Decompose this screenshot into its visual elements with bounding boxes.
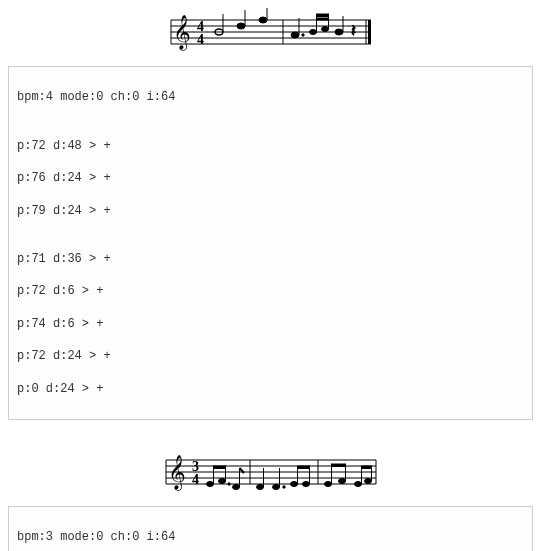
svg-rect-59 [297,466,309,469]
code-block-1: bpm:4 mode:0 ch:0 i:64 p:72 d:48 > + p:7… [8,66,533,420]
svg-point-52 [272,484,279,489]
code-header: bpm:4 mode:0 ch:0 i:64 [17,89,524,105]
svg-point-48 [232,484,239,489]
svg-point-27 [335,29,343,35]
code-line: p:0 d:24 > + [17,381,524,397]
music-score-1: 𝄞 4 4 [161,8,381,56]
score-2-wrap: 𝄞 3 4 [8,448,533,500]
svg-point-14 [237,23,245,29]
svg-point-50 [256,484,263,489]
svg-point-42 [206,481,213,486]
svg-point-16 [259,17,267,23]
svg-rect-8 [368,20,371,44]
code-line: p:72 d:48 > + [17,138,524,154]
svg-rect-25 [316,14,328,17]
svg-point-20 [301,34,303,36]
code-line: p:79 d:24 > + [17,203,524,219]
code-line: p:72 d:6 > + [17,283,524,299]
svg-point-60 [324,481,331,486]
score-1-wrap: 𝄞 4 4 [8,8,533,60]
code-header: bpm:3 mode:0 ch:0 i:64 [17,529,524,545]
svg-rect-69 [361,466,371,469]
svg-point-54 [282,486,284,488]
code-block-2: bpm:3 mode:0 ch:0 i:64 [m:1 b:3] p:63 d:… [8,506,533,551]
svg-point-67 [364,478,371,483]
code-line: p:76 d:24 > + [17,170,524,186]
svg-text:𝄞: 𝄞 [173,15,191,51]
code-line: p:74 d:6 > + [17,316,524,332]
svg-point-57 [302,481,309,486]
code-line: p:71 d:36 > + [17,251,524,267]
svg-point-44 [218,478,225,483]
svg-text:𝄽: 𝄽 [351,25,356,36]
svg-point-21 [309,30,316,35]
svg-point-65 [354,481,361,486]
music-score-2: 𝄞 3 4 [156,448,386,496]
svg-point-18 [291,32,299,38]
svg-text:4: 4 [197,32,204,47]
svg-text:4: 4 [192,472,199,487]
svg-point-23 [321,27,328,32]
svg-rect-64 [331,464,345,467]
svg-point-55 [290,481,297,486]
svg-point-62 [338,478,345,483]
svg-point-47 [227,483,229,485]
svg-text:𝄞: 𝄞 [168,455,186,491]
svg-rect-46 [213,466,225,469]
code-line: p:72 d:24 > + [17,348,524,364]
svg-rect-26 [316,18,328,20]
